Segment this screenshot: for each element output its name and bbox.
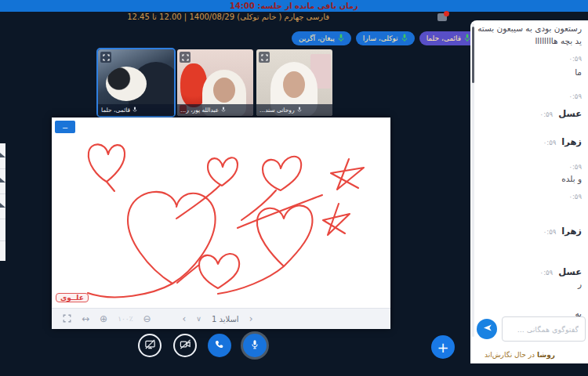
thumbnail-fragment: [0, 203, 5, 208]
expand-icon[interactable]: [180, 52, 191, 63]
tile-name-label: قائمی، حلما: [101, 107, 130, 114]
thumbnail-fragment: [0, 153, 5, 157]
remaining-time-text: زمان باقی مانده از جلسه: 14:00: [230, 2, 358, 10]
chat-sender: زهرا ۰:۵۹: [543, 226, 582, 237]
mic-icon: [221, 107, 226, 114]
watermark-stamp: علــوی: [56, 293, 89, 302]
camera-off-button[interactable]: [173, 334, 197, 357]
microphone-button[interactable]: [241, 331, 269, 360]
speaker-pill[interactable]: پیغان، آگرین: [292, 31, 351, 45]
prev-slide-icon[interactable]: ‹: [183, 314, 187, 324]
chat-message-input[interactable]: [502, 316, 586, 342]
chat-scrollbar-thumb[interactable]: [472, 27, 474, 83]
send-icon: [482, 323, 492, 335]
whiteboard-window: – علــوی ↔ ⊕ ۱۰۰٪ ⊖ ‹ ∨ اسلاید 1 ›: [52, 118, 390, 329]
speaker-pill-label: قائمی، حلما: [426, 34, 462, 42]
sender-name: عسل: [558, 266, 582, 277]
chat-timestamp: ۰:۵۹: [543, 228, 557, 236]
participant-face: [283, 71, 305, 98]
zoom-level: ۱۰۰٪: [118, 316, 132, 323]
phone-button[interactable]: [208, 334, 231, 357]
chat-message: ید بچه هاااااااا: [535, 36, 582, 45]
divider: [0, 193, 5, 194]
fullscreen-icon[interactable]: [63, 314, 71, 324]
thumbnail-fragment: [0, 178, 5, 183]
freehand-drawing: [52, 118, 390, 308]
mic-icon: [132, 107, 137, 114]
meeting-app-window: زمان باقی مانده از جلسه: 14:00 فارسی چها…: [0, 0, 588, 376]
divider: [0, 219, 5, 219]
mic-icon: [338, 34, 344, 44]
next-slide-icon[interactable]: ›: [249, 314, 253, 324]
mic-icon: [401, 34, 408, 44]
chat-timestamp: ۰:۵۹: [540, 269, 554, 277]
mic-icon: [464, 34, 470, 44]
slide-indicator: اسلاید 1: [212, 315, 239, 324]
remaining-time-bar: زمان باقی مانده از جلسه: 14:00: [0, 0, 588, 12]
minimize-button[interactable]: –: [55, 121, 75, 133]
fit-width-icon[interactable]: ↔: [82, 314, 89, 324]
add-button[interactable]: +: [431, 335, 455, 359]
sender-name: زهرا: [561, 226, 582, 237]
session-title: فارسی چهارم ( خانم توکلی) 1400/08/29 | 1…: [127, 13, 329, 21]
chat-timestamp: ۰:۵۹: [568, 55, 582, 63]
zoom-in-icon[interactable]: ⊕: [100, 314, 107, 324]
zoom-out-icon[interactable]: ⊖: [143, 314, 151, 324]
video-tiles-row: قائمی، حلما عبدالله پور، ر... روحانی سند…: [98, 49, 332, 116]
chat-timestamp: ۰:۵۹: [540, 110, 554, 118]
chat-input-row: [470, 316, 588, 343]
tile-name-label: عبدالله پور، ر...: [180, 107, 219, 114]
chat-sender: عسل ۰:۵۹: [540, 108, 582, 119]
tile-name-bar: قائمی، حلما: [98, 104, 174, 116]
tile-name-bar: عبدالله پور، ر...: [177, 104, 253, 116]
chat-timestamp: ۰:۵۹: [568, 193, 582, 201]
mic-icon: [297, 107, 302, 114]
notification-dot: [444, 11, 449, 16]
typing-indicator: روشا در حال نگارش‌اند: [485, 351, 555, 359]
screen-share-off-button[interactable]: [138, 334, 162, 357]
chat-sender: زهرا ۰:۵۹: [543, 136, 582, 147]
slide-list-icon[interactable]: ∨: [196, 316, 201, 323]
speaker-pill[interactable]: قائمی، حلما: [419, 31, 478, 45]
tile-name-bar: روحانی سند...: [256, 104, 332, 116]
chat-timestamp: ۰:۵۹: [543, 139, 557, 146]
chat-message: ر: [578, 279, 582, 288]
whiteboard-canvas[interactable]: [52, 118, 390, 308]
sender-name: عسل: [558, 108, 582, 119]
send-button[interactable]: [477, 319, 497, 339]
chat-timestamp: ۰:۵۹: [568, 163, 582, 171]
chat-timestamp: ۰:۵۹: [568, 92, 582, 100]
chat-panel: رستعون بودی به سیبعون بسته ید بچه هااااا…: [470, 20, 588, 363]
speaker-pill[interactable]: توکلی، سارا: [356, 31, 415, 45]
camera-off-icon: [180, 338, 191, 353]
phone-icon: [214, 338, 225, 353]
chat-message: و بلده: [561, 174, 582, 183]
divider: [0, 240, 5, 241]
expand-icon[interactable]: [259, 52, 270, 63]
typing-name: روشا: [537, 351, 555, 359]
tile-name-label: روحانی سند...: [260, 107, 295, 114]
chat-message: رستعون بودی به سیبعون بسته: [477, 24, 582, 33]
expand-icon[interactable]: [100, 52, 111, 63]
participant-face: [213, 78, 235, 103]
screen-share-off-icon: [144, 338, 156, 353]
chat-sender: عسل ۰:۵۹: [540, 266, 582, 277]
active-speakers-row: پیغان، آگرین توکلی، سارا قائمی، حلما: [292, 31, 477, 45]
video-tile[interactable]: عبدالله پور، ر...: [177, 49, 253, 116]
typing-text: در حال نگارش‌اند: [485, 351, 535, 359]
speaker-pill-label: توکلی، سارا: [363, 34, 398, 42]
whiteboard-toolbar: ↔ ⊕ ۱۰۰٪ ⊖ ‹ ∨ اسلاید 1 ›: [52, 308, 390, 329]
divider: [0, 168, 5, 169]
video-tile[interactable]: قائمی، حلما: [98, 49, 174, 116]
sender-name: زهرا: [561, 136, 582, 147]
video-tile[interactable]: روحانی سند...: [256, 49, 332, 116]
cutoff-side-panel: [0, 143, 5, 261]
microphone-icon: [249, 338, 260, 353]
speaker-pill-label: پیغان، آگرین: [299, 34, 335, 42]
chat-message: ما: [575, 67, 582, 77]
pet-photo: [106, 67, 147, 101]
